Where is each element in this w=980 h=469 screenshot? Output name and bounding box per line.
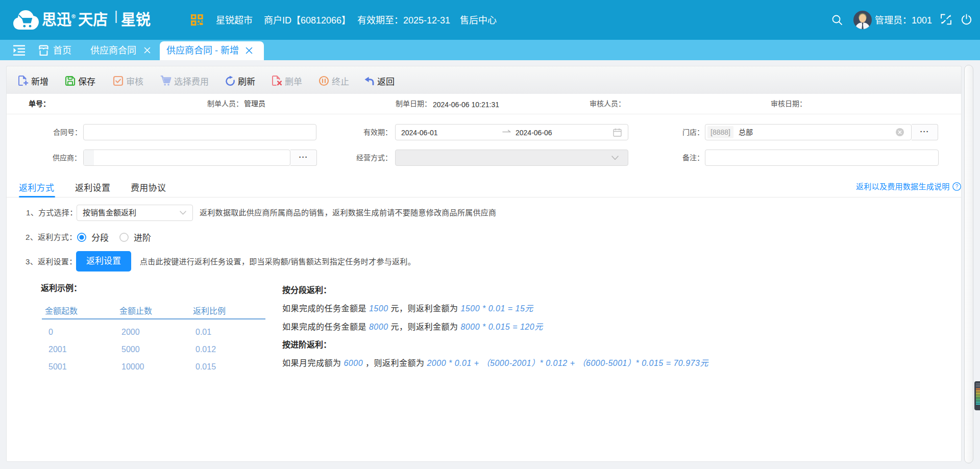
svg-text:?: ? [955, 184, 959, 189]
